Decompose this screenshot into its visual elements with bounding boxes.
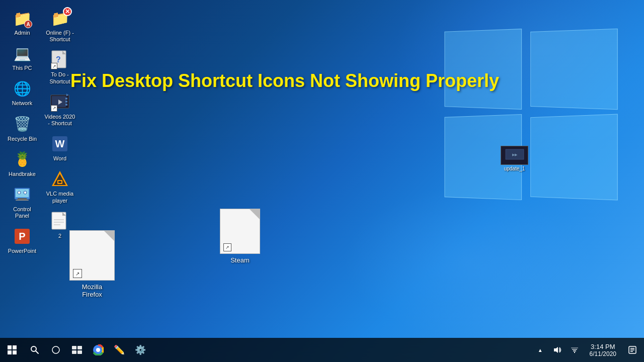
steam-label: Steam	[230, 256, 250, 264]
svg-rect-5	[18, 198, 27, 200]
network-icon-img: 🌐	[12, 78, 32, 99]
steam-shortcut-arrow: ↗	[223, 243, 231, 251]
icon-word[interactable]: W Word	[42, 132, 77, 164]
icon-online-shortcut[interactable]: 📁 ✕ Online (F) - Shortcut	[42, 6, 77, 45]
firefox-shortcut-arrow: ↗	[73, 269, 82, 278]
handbrake-icon-img: 🍍	[12, 149, 32, 169]
clock-time: 3:14 PM	[591, 343, 615, 350]
clock-date: 6/11/2020	[590, 350, 616, 357]
icon-videos-shortcut[interactable]: ↗ Videos 2020 - Shortcut	[42, 90, 77, 129]
videos-shortcut-icon-img: ↗	[50, 92, 70, 112]
svg-rect-26	[58, 181, 61, 183]
icon-mozilla-firefox[interactable]: ↗ Mozilla Firefox	[69, 230, 115, 298]
icon-control-panel[interactable]: Control Panel	[5, 183, 40, 221]
svg-rect-35	[13, 350, 17, 354]
taskbar-settings[interactable]: ⚙️	[130, 338, 151, 362]
win-logo-quad-tl	[444, 29, 522, 110]
steam-doc-icon: ↗	[220, 209, 260, 254]
svg-rect-41	[72, 350, 76, 354]
taskbar-search-button[interactable]	[24, 338, 45, 362]
item2-icon-img	[50, 211, 70, 231]
svg-rect-48	[572, 349, 577, 350]
desktop-icon-column-1: 📁 A Admin 💻 This PC 🌐 Network 🗑️ Recycle…	[3, 5, 42, 258]
shortcut-arrow-badge: ↗	[51, 63, 57, 69]
firefox-label: Mozilla Firefox	[82, 283, 102, 298]
svg-rect-6	[16, 200, 29, 201]
admin-label: Admin	[14, 30, 30, 36]
windows-logo-inner	[438, 25, 629, 307]
svg-rect-32	[8, 345, 12, 349]
taskbar-clock[interactable]: 3:14 PM 6/11/2020	[584, 338, 622, 362]
notification-center-button[interactable]	[623, 338, 641, 362]
taskbar-notepad[interactable]: ✏️	[109, 338, 130, 362]
control-panel-label: Control Panel	[7, 206, 38, 219]
this-pc-label: This PC	[12, 65, 32, 71]
taskbar-chrome[interactable]	[88, 338, 109, 362]
item2-label: 2	[58, 233, 61, 239]
icon-powerpoint[interactable]: P PowerPoint	[5, 224, 40, 256]
recycle-bin-label: Recycle Bin	[8, 136, 37, 142]
update-icon[interactable]: ▶▶ update_1	[501, 146, 528, 171]
svg-rect-18	[65, 98, 67, 100]
online-shortcut-icon-img: 📁 ✕	[50, 8, 70, 28]
svg-point-8	[24, 191, 27, 194]
svg-text:▶▶: ▶▶	[512, 153, 518, 156]
win-logo-quad-tr	[530, 29, 618, 110]
win-logo-quad-br	[530, 114, 618, 201]
svg-rect-49	[571, 347, 578, 348]
cortana-button[interactable]	[45, 338, 66, 362]
firefox-doc-icon: ↗	[69, 230, 115, 281]
svg-text:P: P	[19, 231, 25, 242]
this-pc-icon-img: 💻	[12, 43, 32, 63]
svg-rect-34	[8, 350, 12, 354]
start-button[interactable]	[0, 338, 24, 362]
steam-doc-fold	[251, 209, 260, 218]
powerpoint-label: PowerPoint	[8, 248, 36, 254]
taskbar: ✏️ ⚙️ ▲ 3:	[0, 338, 644, 362]
svg-rect-46	[574, 352, 575, 353]
vlc-label: VLC media player	[44, 191, 75, 204]
powerpoint-icon-img: P	[12, 226, 32, 246]
icon-steam[interactable]: ↗ Steam	[220, 209, 260, 264]
icon-recycle-bin[interactable]: 🗑️ Recycle Bin	[5, 112, 40, 144]
svg-point-38	[52, 346, 59, 353]
vlc-icon-img	[50, 169, 70, 189]
icon-handbrake[interactable]: 🍍 Handbrake	[5, 147, 40, 179]
svg-marker-45	[554, 347, 558, 353]
svg-line-37	[36, 351, 38, 353]
task-view-button[interactable]	[66, 338, 88, 362]
system-tray: ▲ 3:14 PM 6/11/2020	[532, 338, 644, 362]
shortcut-arrow-badge-2: ↗	[51, 105, 57, 112]
word-icon-img: W	[50, 134, 70, 154]
icon-todo-shortcut[interactable]: ? ↗ To Do - Shortcut	[42, 48, 77, 86]
doc-fold	[104, 231, 114, 241]
icon-network[interactable]: 🌐 Network	[5, 76, 40, 109]
todo-shortcut-icon-img: ? ↗	[50, 50, 70, 70]
svg-rect-33	[13, 345, 17, 349]
svg-rect-19	[65, 101, 67, 103]
svg-rect-42	[77, 350, 82, 354]
svg-point-7	[18, 191, 21, 194]
windows-logo-area	[433, 0, 644, 362]
desktop-icon-column-2: 📁 ✕ Online (F) - Shortcut ? ↗ To Do - Sh…	[40, 5, 79, 242]
handbrake-label: Handbrake	[9, 171, 36, 177]
admin-icon-img: 📁 A	[12, 8, 32, 28]
tray-volume-icon[interactable]	[549, 338, 566, 362]
control-panel-icon-img	[12, 185, 32, 205]
icon-vlc[interactable]: VLC media player	[42, 167, 77, 206]
svg-point-44	[96, 348, 100, 352]
svg-text:W: W	[55, 138, 65, 149]
recycle-bin-icon-img: 🗑️	[12, 114, 32, 134]
error-badge: ✕	[63, 7, 72, 16]
tray-network-icon[interactable]	[567, 338, 583, 362]
online-shortcut-label: Online (F) - Shortcut	[44, 30, 75, 43]
network-label: Network	[12, 100, 32, 107]
tray-show-hidden-button[interactable]: ▲	[532, 338, 548, 362]
icon-admin[interactable]: 📁 A Admin	[5, 6, 40, 38]
svg-rect-40	[77, 346, 82, 349]
icon-this-pc[interactable]: 💻 This PC	[5, 41, 40, 73]
todo-shortcut-label: To Do - Shortcut	[44, 71, 75, 84]
svg-rect-39	[72, 346, 76, 349]
videos-shortcut-label: Videos 2020 - Shortcut	[44, 114, 75, 127]
svg-rect-47	[573, 350, 576, 351]
